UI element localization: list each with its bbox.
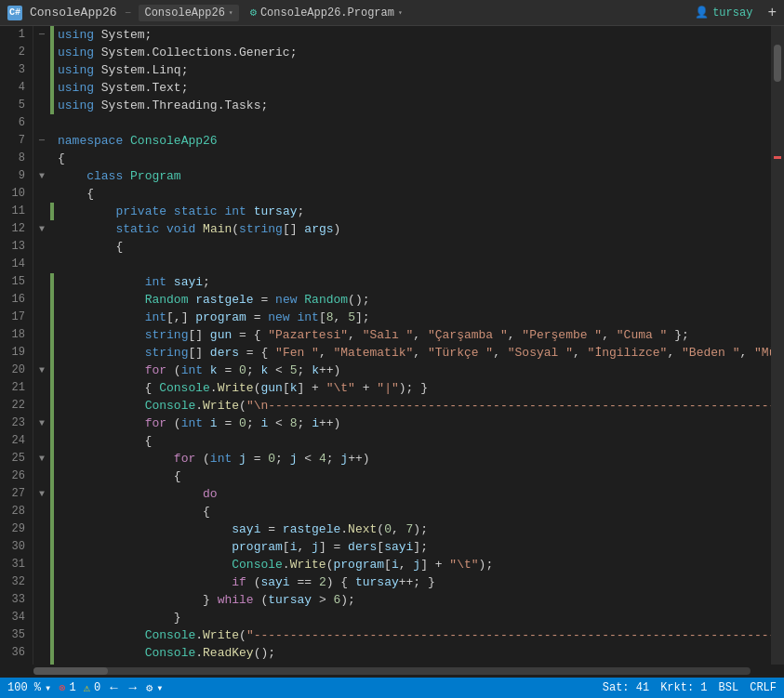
project-dropdown-label: ConsoleApp26 bbox=[144, 7, 224, 20]
line-number: 2 bbox=[4, 44, 25, 61]
collapse-indicator bbox=[33, 150, 50, 167]
error-count-label: 1 bbox=[69, 681, 75, 694]
code-line: for (int i = 0; i < 8; i++) bbox=[58, 415, 771, 432]
code-line: program[i, j] = ders[sayi]; bbox=[58, 538, 771, 556]
code-line: string[] gun = { "Pazartesi", "Salı ", "… bbox=[58, 326, 771, 344]
horizontal-scrollbar-container bbox=[0, 665, 784, 678]
collapse-indicator[interactable]: ▼ bbox=[33, 220, 50, 238]
status-bar: 100 % ▾ ⊗ 1 ⚠ 0 ← → ⚙ ▾ Sat: 41 Krkt: 1 … bbox=[0, 678, 784, 698]
collapse-indicator bbox=[33, 503, 50, 520]
collapse-indicator[interactable]: ▼ bbox=[33, 415, 50, 432]
code-line: } while (tursay > 6); bbox=[58, 591, 771, 609]
code-line: if (sayi == 2) { tursay++; } bbox=[58, 573, 771, 591]
line-number: 35 bbox=[4, 626, 25, 644]
breadcrumb-arrow: ▾ bbox=[398, 8, 403, 17]
line-number: 23 bbox=[4, 415, 25, 432]
settings-button[interactable]: ⚙ ▾ bbox=[146, 681, 163, 695]
nav-forward-button[interactable]: → bbox=[127, 680, 139, 695]
horizontal-scrollbar-thumb[interactable] bbox=[33, 667, 108, 675]
scroll-error-mark bbox=[774, 156, 781, 159]
code-line: for (int j = 0; j < 4; j++) bbox=[58, 450, 771, 468]
line-number: 24 bbox=[4, 432, 25, 450]
vertical-scrollbar[interactable] bbox=[771, 26, 784, 665]
code-line: string[] ders = { "Fen ", "Matematik", "… bbox=[58, 344, 771, 362]
line-number: 5 bbox=[4, 97, 25, 114]
line-number: 33 bbox=[4, 591, 25, 609]
collapse-indicator[interactable]: ─ bbox=[33, 132, 50, 150]
code-line: for (int k = 0; k < 5; k++) bbox=[58, 362, 771, 379]
line-number: 10 bbox=[4, 185, 25, 203]
settings-icon: ⚙ bbox=[146, 681, 153, 695]
breadcrumb-dropdown[interactable]: ⚙ ConsoleApp26.Program ▾ bbox=[246, 6, 406, 20]
code-line: using System; bbox=[58, 26, 771, 44]
code-line bbox=[58, 114, 771, 132]
code-line bbox=[58, 256, 771, 273]
project-dropdown[interactable]: ConsoleApp26 ▾ bbox=[139, 5, 238, 21]
new-tab-button[interactable]: + bbox=[767, 5, 777, 21]
line-number: 25 bbox=[4, 450, 25, 468]
code-line: { bbox=[58, 432, 771, 450]
error-count[interactable]: ⊗ 1 bbox=[59, 681, 75, 695]
line-ending[interactable]: CRLF bbox=[750, 681, 777, 694]
title-bar: C# ConsoleApp26 – ConsoleApp26 ▾ ⚙ Conso… bbox=[0, 0, 784, 26]
code-line: int[,] program = new int[8, 5]; bbox=[58, 309, 771, 326]
indent-mode[interactable]: BSL bbox=[719, 681, 739, 694]
project-dropdown-arrow: ▾ bbox=[229, 8, 233, 17]
zoom-label: 100 % bbox=[7, 681, 41, 694]
line-number: 8 bbox=[4, 150, 25, 167]
line-number: 7 bbox=[4, 132, 25, 150]
code-line: { bbox=[58, 185, 771, 203]
line-number: 3 bbox=[4, 61, 25, 79]
collapse-indicator bbox=[33, 644, 50, 662]
warning-icon: ⚠ bbox=[84, 681, 90, 695]
line-number: 36 bbox=[4, 644, 25, 662]
collapse-indicator bbox=[33, 520, 50, 538]
code-line: Console.Write(program[i, j] + "\t"); bbox=[58, 556, 771, 573]
code-line: Random rastgele = new Random(); bbox=[58, 291, 771, 309]
line-number: 9 bbox=[4, 167, 25, 185]
scrollbar-thumb-v[interactable] bbox=[774, 45, 781, 82]
collapse-indicator bbox=[33, 114, 50, 132]
app-icon: C# bbox=[7, 6, 22, 20]
code-line: using System.Collections.Generic; bbox=[58, 44, 771, 61]
collapse-indicator bbox=[33, 203, 50, 220]
line-number: 30 bbox=[4, 538, 25, 556]
collapse-indicator bbox=[33, 379, 50, 397]
collapse-indicator bbox=[33, 609, 50, 626]
code-line: Console.Write("-------------------------… bbox=[58, 626, 771, 644]
zoom-control[interactable]: 100 % ▾ bbox=[7, 681, 51, 695]
collapse-indicator[interactable]: ▼ bbox=[33, 450, 50, 468]
line-numbers-gutter: 1234567891011121314151617181920212223242… bbox=[0, 26, 33, 665]
code-line: { bbox=[58, 238, 771, 256]
code-line: int sayi; bbox=[58, 273, 771, 291]
settings-arrow: ▾ bbox=[156, 681, 163, 695]
collapse-indicator bbox=[33, 326, 50, 344]
horizontal-scrollbar-track[interactable] bbox=[33, 667, 751, 675]
line-number: 13 bbox=[4, 238, 25, 256]
collapse-indicator[interactable]: ▼ bbox=[33, 167, 50, 185]
line-number: 28 bbox=[4, 503, 25, 520]
code-line: { Console.Write(gun[k] + "\t" + "|"); } bbox=[58, 379, 771, 397]
collapse-indicator[interactable]: ▼ bbox=[33, 485, 50, 503]
line-number: 6 bbox=[4, 114, 25, 132]
collapse-indicator bbox=[33, 538, 50, 556]
nav-back-button[interactable]: ← bbox=[108, 680, 119, 695]
line-number: 12 bbox=[4, 220, 25, 238]
editor-area: 1234567891011121314151617181920212223242… bbox=[0, 26, 784, 665]
collapse-indicator[interactable]: ─ bbox=[33, 26, 50, 44]
line-number: 22 bbox=[4, 397, 25, 415]
app-title: ConsoleApp26 bbox=[30, 6, 117, 20]
code-line: { bbox=[58, 503, 771, 520]
forward-arrow-icon: → bbox=[127, 680, 139, 695]
code-line: sayi = rastgele.Next(0, 7); bbox=[58, 520, 771, 538]
warning-count[interactable]: ⚠ 0 bbox=[84, 681, 100, 695]
code-line: { bbox=[58, 150, 771, 167]
breadcrumb-icon: ⚙ bbox=[250, 6, 257, 20]
code-editor[interactable]: using System;using System.Collections.Ge… bbox=[54, 26, 771, 665]
code-line: do bbox=[58, 485, 771, 503]
collapse-indicator bbox=[33, 97, 50, 114]
collapse-indicator bbox=[33, 44, 50, 61]
collapse-indicator[interactable]: ▼ bbox=[33, 362, 50, 379]
collapse-indicator bbox=[33, 626, 50, 644]
code-line: using System.Text; bbox=[58, 79, 771, 97]
